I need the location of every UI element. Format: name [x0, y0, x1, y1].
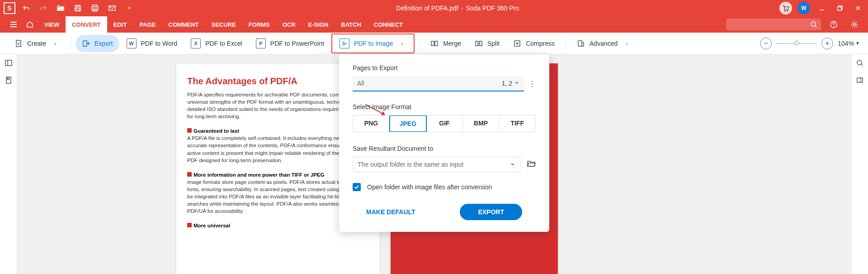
- svg-rect-4: [92, 7, 98, 10]
- more-icon[interactable]: [123, 2, 136, 14]
- svg-rect-17: [435, 41, 438, 46]
- hamburger-icon[interactable]: [5, 16, 22, 33]
- svg-point-7: [784, 10, 785, 11]
- svg-point-15: [343, 42, 344, 43]
- email-icon[interactable]: [106, 2, 118, 14]
- menu-tab-ocr[interactable]: OCR: [276, 16, 302, 33]
- pdf-to-excel-button[interactable]: X PDF to Excel: [184, 35, 249, 52]
- svg-rect-9: [838, 7, 841, 10]
- image-icon: [340, 38, 349, 48]
- chevron-down-icon: [510, 162, 515, 167]
- svg-rect-2: [76, 9, 80, 11]
- maximize-button[interactable]: [834, 2, 846, 14]
- pdf-to-image-popup: Pages to Export All 1, 2 ⋮ Select Image …: [339, 54, 549, 232]
- pages-menu-icon[interactable]: ⋮: [528, 80, 536, 88]
- menu-tab-e-sign[interactable]: E-SIGN: [302, 16, 335, 33]
- document-icon: [14, 39, 23, 48]
- window-title: Definition of PDFA.pdf - Soda PDF 360 Pr…: [136, 5, 779, 12]
- svg-rect-18: [476, 41, 478, 46]
- close-button[interactable]: [852, 2, 864, 14]
- home-icon[interactable]: [22, 16, 38, 33]
- pdf-to-word-button[interactable]: W PDF to Word: [120, 35, 184, 52]
- user-avatar[interactable]: W: [797, 2, 810, 14]
- svg-rect-21: [578, 41, 582, 46]
- zoom-value[interactable]: 104% ▼: [838, 40, 860, 47]
- format-jpeg[interactable]: JPEG: [389, 115, 427, 132]
- zoom-out-button[interactable]: −: [760, 38, 772, 49]
- format-gif[interactable]: GIF: [426, 115, 463, 132]
- powerpoint-icon: P: [256, 38, 266, 48]
- svg-point-8: [787, 10, 788, 11]
- format-selector: PNGJPEGGIFBMPTIFF: [353, 115, 536, 132]
- menu-tab-comment[interactable]: COMMENT: [162, 16, 205, 33]
- compress-icon: [513, 39, 521, 48]
- zoom-in-button[interactable]: +: [821, 38, 833, 49]
- chevron-right-icon: ›: [51, 40, 60, 47]
- redo-icon[interactable]: [37, 2, 50, 14]
- format-tiff[interactable]: TIFF: [499, 115, 535, 132]
- svg-rect-13: [16, 40, 21, 47]
- pages-dropdown[interactable]: All 1, 2: [353, 76, 524, 91]
- merge-icon: [430, 39, 439, 48]
- svg-rect-1: [76, 5, 79, 7]
- word-icon: W: [127, 38, 137, 48]
- menu-tab-view[interactable]: VIEW: [38, 16, 66, 33]
- browse-folder-icon[interactable]: [527, 159, 536, 170]
- help-icon[interactable]: [826, 16, 842, 33]
- menu-tab-connect[interactable]: CONNECT: [368, 16, 409, 33]
- menu-tab-batch[interactable]: BATCH: [335, 16, 368, 33]
- save-icon[interactable]: [71, 2, 84, 14]
- settings-icon[interactable]: [846, 16, 863, 33]
- make-default-button[interactable]: MAKE DEFAULT: [366, 208, 415, 216]
- create-button[interactable]: Create ›: [8, 35, 66, 52]
- open-folder-checkbox[interactable]: [353, 183, 361, 191]
- search-input[interactable]: [726, 19, 821, 30]
- split-icon: [475, 39, 483, 48]
- minimize-button[interactable]: [816, 2, 828, 14]
- undo-icon[interactable]: [20, 2, 33, 14]
- zoom-slider[interactable]: [776, 43, 817, 44]
- export-button[interactable]: EXPORT: [460, 204, 522, 220]
- advanced-button[interactable]: Advanced ›: [571, 35, 637, 52]
- save-label: Save Resultant Document to: [353, 145, 536, 152]
- chevron-left-icon: ‹: [397, 40, 406, 47]
- pdf-to-powerpoint-button[interactable]: P PDF to PowerPoint: [250, 35, 330, 52]
- print-icon[interactable]: [89, 2, 101, 14]
- open-folder-label: Open folder with image files after conve…: [367, 183, 492, 191]
- thumbs-panel-icon[interactable]: [851, 72, 868, 89]
- svg-rect-22: [5, 60, 12, 66]
- pdf-to-image-button[interactable]: PDF to Image ‹: [333, 35, 413, 52]
- excel-icon: X: [191, 38, 201, 48]
- panel-icon[interactable]: [0, 54, 17, 72]
- export-button[interactable]: Export: [75, 35, 119, 52]
- advanced-icon: [577, 39, 585, 48]
- compress-button[interactable]: Compress: [507, 35, 561, 52]
- menu-tab-page[interactable]: PAGE: [133, 16, 162, 33]
- format-bmp[interactable]: BMP: [463, 115, 500, 132]
- cart-icon[interactable]: [779, 2, 792, 14]
- svg-point-10: [811, 22, 816, 26]
- format-png[interactable]: PNG: [353, 115, 390, 132]
- pdf-to-image-highlight: PDF to Image ‹: [331, 34, 415, 53]
- menu-tab-forms[interactable]: FORMS: [242, 16, 276, 33]
- menu-tab-secure[interactable]: SECURE: [205, 16, 242, 33]
- svg-rect-25: [857, 78, 863, 82]
- menu-tab-edit[interactable]: EDIT: [107, 16, 133, 33]
- export-icon: [82, 39, 90, 48]
- svg-point-24: [857, 60, 862, 65]
- svg-rect-14: [83, 41, 87, 46]
- chevron-down-icon: [514, 80, 519, 86]
- svg-point-12: [854, 24, 856, 26]
- menu-tab-convert[interactable]: CONVERT: [66, 16, 107, 33]
- app-icon[interactable]: S: [4, 2, 15, 14]
- svg-rect-16: [431, 41, 434, 46]
- chevron-right-icon: ›: [622, 40, 631, 47]
- pages-export-label: Pages to Export: [353, 64, 536, 72]
- output-folder-dropdown[interactable]: The output folder is the same as input: [353, 157, 520, 172]
- search-panel-icon[interactable]: [851, 54, 868, 72]
- bookmarks-icon[interactable]: [0, 72, 17, 89]
- merge-button[interactable]: Merge: [424, 35, 467, 52]
- open-icon[interactable]: [54, 2, 67, 14]
- split-button[interactable]: Split: [468, 35, 506, 52]
- svg-rect-19: [480, 41, 482, 46]
